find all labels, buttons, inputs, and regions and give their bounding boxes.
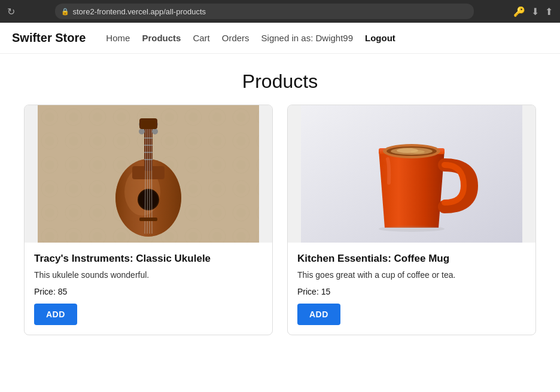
svg-point-23 (152, 128, 158, 134)
ukulele-image (38, 105, 259, 243)
products-grid: Tracy's Instruments: Classic Ukulele Thi… (0, 105, 560, 359)
svg-point-9 (139, 190, 158, 209)
page-title: Products (0, 54, 560, 105)
svg-point-21 (139, 128, 145, 134)
svg-point-34 (379, 226, 445, 232)
svg-rect-25 (139, 118, 157, 129)
product-description-1: This ukulele sounds wonderful. (34, 270, 263, 280)
nav-home[interactable]: Home (106, 33, 130, 43)
nav-orders[interactable]: Orders (222, 33, 249, 43)
product-description-2: This goes great with a cup of coffee or … (297, 270, 526, 280)
product-info-2: Kitchen Essentials: Coffee Mug This goes… (288, 243, 535, 335)
nav-links: Home Products Cart Orders Signed in as: … (106, 33, 548, 43)
product-title-1: Tracy's Instruments: Classic Ukulele (34, 252, 263, 265)
navbar: Swifter Store Home Products Cart Orders … (0, 23, 560, 54)
add-button-1[interactable]: ADD (34, 304, 77, 325)
refresh-icon[interactable]: ↻ (7, 6, 15, 17)
product-card-1: Tracy's Instruments: Classic Ukulele Thi… (24, 105, 273, 335)
key-icon: 🔑 (513, 6, 525, 17)
product-price-2: Price: 15 (297, 287, 526, 296)
url-text: store2-frontend.vercel.app/all-products (73, 7, 206, 16)
nav-products[interactable]: Products (142, 33, 181, 43)
add-button-2[interactable]: ADD (297, 304, 340, 325)
product-image-1 (25, 105, 272, 243)
nav-cart[interactable]: Cart (193, 33, 209, 43)
signed-in-label: Signed in as: Dwight99 (261, 33, 353, 43)
product-image-2 (288, 105, 535, 243)
logout-button[interactable]: Logout (365, 33, 395, 43)
product-price-1: Price: 85 (34, 287, 263, 296)
share-icon: ⬆ (545, 6, 553, 17)
brand-logo[interactable]: Swifter Store (12, 31, 86, 45)
product-title-2: Kitchen Essentials: Coffee Mug (297, 252, 526, 265)
product-card-2: Kitchen Essentials: Coffee Mug This goes… (287, 105, 536, 335)
coffee-mug-image (301, 105, 522, 243)
download-icon: ⬇ (531, 6, 539, 17)
lock-icon: 🔒 (61, 8, 69, 16)
svg-rect-24 (139, 218, 157, 221)
product-info-1: Tracy's Instruments: Classic Ukulele Thi… (25, 243, 272, 335)
browser-controls: ↻ (7, 6, 15, 17)
address-bar[interactable]: 🔒 store2-frontend.vercel.app/all-product… (55, 4, 474, 19)
svg-point-33 (410, 150, 425, 154)
browser-actions: 🔑 ⬇ ⬆ (513, 6, 553, 17)
browser-chrome: ↻ 🔒 store2-frontend.vercel.app/all-produ… (0, 0, 560, 23)
